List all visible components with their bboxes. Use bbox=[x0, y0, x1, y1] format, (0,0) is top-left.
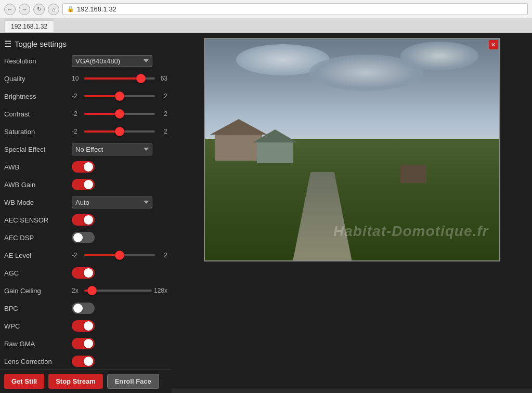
wpc-knob bbox=[84, 321, 93, 331]
bpc-control bbox=[72, 303, 167, 314]
saturation-min: -2 bbox=[72, 128, 82, 135]
enroll-face-button[interactable]: Enroll Face bbox=[107, 374, 159, 389]
wpc-toggle[interactable] bbox=[72, 320, 95, 332]
gain-ceiling-label: Gain Ceiling bbox=[4, 287, 72, 295]
awb-knob bbox=[84, 162, 93, 172]
browser-tab[interactable]: 192.168.1.32 bbox=[4, 20, 54, 32]
aec-dsp-knob bbox=[73, 233, 83, 242]
agc-toggle[interactable] bbox=[72, 267, 95, 279]
aec-sensor-label: AEC SENSOR bbox=[4, 216, 72, 224]
agc-label: AGC bbox=[4, 269, 72, 277]
back-button[interactable]: ← bbox=[4, 4, 16, 15]
aec-dsp-toggle[interactable] bbox=[72, 232, 95, 243]
main-content: ☰ Toggle settings Resolution VGA(640x480… bbox=[0, 33, 532, 388]
brightness-slider[interactable] bbox=[84, 95, 155, 97]
awb-gain-control bbox=[72, 179, 167, 190]
quality-control: 10 63 bbox=[72, 75, 167, 82]
bpc-row: BPC bbox=[4, 302, 167, 315]
aec-sensor-toggle[interactable] bbox=[72, 214, 95, 226]
brightness-min: -2 bbox=[72, 93, 82, 100]
aec-sensor-control bbox=[72, 214, 167, 226]
contrast-label: Contrast bbox=[4, 110, 72, 118]
wb-mode-select[interactable]: Auto Sunny Cloudy Office Home bbox=[72, 197, 152, 208]
brightness-label: Brightness bbox=[4, 93, 72, 100]
nav-tabs: 192.168.1.32 bbox=[0, 18, 532, 32]
wb-mode-row: WB Mode Auto Sunny Cloudy Office Home bbox=[4, 195, 167, 209]
agc-knob bbox=[84, 268, 93, 278]
wpc-label: WPC bbox=[4, 322, 72, 330]
forward-button[interactable]: → bbox=[19, 4, 30, 15]
house2 bbox=[257, 142, 293, 163]
lens-correction-control bbox=[72, 356, 167, 367]
lock-icon: 🔒 bbox=[67, 6, 74, 12]
camera-frame: ✕ Habitat-Domotique.fr bbox=[204, 38, 500, 261]
ae-level-slider[interactable] bbox=[84, 254, 155, 256]
quality-slider[interactable] bbox=[84, 77, 155, 80]
lens-correction-row: Lens Correction bbox=[4, 355, 167, 368]
awb-label: AWB bbox=[4, 163, 72, 171]
raw-gma-label: Raw GMA bbox=[4, 340, 72, 348]
awb-control bbox=[72, 161, 167, 173]
home-button[interactable]: ⌂ bbox=[48, 4, 59, 15]
awb-gain-label: AWB Gain bbox=[4, 181, 72, 189]
resolution-control: VGA(640x480) UXGA(1600x1200) SXGA(1280x1… bbox=[72, 55, 167, 67]
awb-gain-toggle[interactable] bbox=[72, 179, 95, 190]
stop-stream-button[interactable]: Stop Stream bbox=[48, 374, 103, 389]
awb-gain-row: AWB Gain bbox=[4, 178, 167, 191]
saturation-slider[interactable] bbox=[84, 130, 155, 133]
brightness-control: -2 2 bbox=[72, 93, 167, 100]
agc-control bbox=[72, 267, 167, 279]
aec-dsp-control bbox=[72, 232, 167, 243]
bpc-toggle[interactable] bbox=[72, 303, 95, 314]
aec-dsp-label: AEC DSP bbox=[4, 234, 72, 242]
aec-sensor-knob bbox=[84, 215, 93, 225]
ae-level-max: 2 bbox=[157, 252, 167, 259]
bottom-bar: Get Still Stop Stream Enroll Face bbox=[0, 369, 172, 393]
camera-close-button[interactable]: ✕ bbox=[489, 40, 498, 49]
shed bbox=[400, 165, 426, 183]
quality-max: 63 bbox=[157, 75, 167, 82]
toggle-settings-header[interactable]: ☰ Toggle settings bbox=[4, 36, 167, 54]
raw-gma-knob bbox=[84, 339, 93, 348]
brightness-row: Brightness -2 2 bbox=[4, 89, 167, 103]
address-text: 192.168.1.32 bbox=[77, 5, 116, 13]
ae-level-row: AE Level -2 2 bbox=[4, 248, 167, 262]
contrast-row: Contrast -2 2 bbox=[4, 107, 167, 121]
get-still-button[interactable]: Get Still bbox=[4, 374, 44, 389]
special-effect-label: Special Effect bbox=[4, 146, 72, 153]
refresh-button[interactable]: ↻ bbox=[33, 4, 45, 15]
bpc-label: BPC bbox=[4, 305, 72, 312]
special-effect-control: No Effect Negative Grayscale Red Tint Gr… bbox=[72, 143, 167, 155]
ae-level-control: -2 2 bbox=[72, 252, 167, 259]
special-effect-select[interactable]: No Effect Negative Grayscale Red Tint Gr… bbox=[72, 143, 152, 155]
awb-toggle[interactable] bbox=[72, 161, 95, 173]
wpc-control bbox=[72, 320, 167, 332]
resolution-row: Resolution VGA(640x480) UXGA(1600x1200) … bbox=[4, 54, 167, 68]
toggle-settings-label: Toggle settings bbox=[15, 40, 67, 48]
gain-ceiling-slider[interactable] bbox=[84, 290, 152, 292]
aec-sensor-row: AEC SENSOR bbox=[4, 213, 167, 227]
raw-gma-control bbox=[72, 338, 167, 349]
hamburger-icon: ☰ bbox=[4, 39, 11, 49]
gain-ceiling-row: Gain Ceiling 2x 128x bbox=[4, 284, 167, 297]
lens-correction-knob bbox=[84, 357, 93, 366]
quality-row: Quality 10 63 bbox=[4, 72, 167, 85]
browser-chrome: ← → ↻ ⌂ 🔒 192.168.1.32 192.168.1.32 bbox=[0, 0, 532, 33]
aec-dsp-row: AEC DSP bbox=[4, 231, 167, 244]
address-bar[interactable]: 🔒 192.168.1.32 bbox=[62, 3, 528, 15]
gain-ceiling-max: 128x bbox=[154, 287, 167, 294]
resolution-label: Resolution bbox=[4, 57, 72, 65]
lens-correction-toggle[interactable] bbox=[72, 356, 95, 367]
saturation-row: Saturation -2 2 bbox=[4, 125, 167, 138]
contrast-min: -2 bbox=[72, 110, 82, 117]
quality-min: 10 bbox=[72, 75, 82, 82]
contrast-slider[interactable] bbox=[84, 113, 155, 115]
resolution-select[interactable]: VGA(640x480) UXGA(1600x1200) SXGA(1280x1… bbox=[72, 55, 152, 67]
special-effect-row: Special Effect No Effect Negative Graysc… bbox=[4, 142, 167, 156]
raw-gma-toggle[interactable] bbox=[72, 338, 95, 349]
wpc-row: WPC bbox=[4, 319, 167, 333]
bpc-knob bbox=[73, 304, 83, 313]
gain-ceiling-control: 2x 128x bbox=[72, 287, 167, 294]
saturation-max: 2 bbox=[157, 128, 167, 135]
quality-label: Quality bbox=[4, 75, 72, 83]
